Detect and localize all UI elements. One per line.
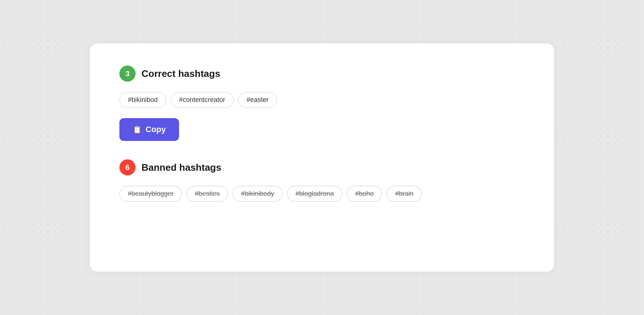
main-card: 3 Correct hashtags #bikinibod #contentcr… [90,43,554,272]
correct-tags-row: #bikinibod #contentcreator #easter [119,92,525,108]
banned-count-badge: 6 [119,159,136,176]
tag-contentcreator: #contentcreator [171,92,234,108]
banned-section-title: Banned hashtags [141,162,221,173]
tag-easter: #easter [238,92,277,108]
tag-besties: #besties [186,186,228,202]
tag-boho: #boho [347,186,382,202]
tag-brain: #brain [386,186,422,202]
banned-section-header: 6 Banned hashtags [119,159,525,176]
tag-blogladrona: #blogladrona [287,186,342,202]
copy-button[interactable]: 📋 Copy [119,118,179,141]
tag-bikinibod: #bikinibod [119,92,166,108]
correct-hashtags-section: 3 Correct hashtags #bikinibod #contentcr… [119,66,525,141]
tag-bikinibody: #bikinibody [232,186,283,202]
tag-beautyblogger: #beautyblogger [119,186,182,202]
banned-hashtags-section: 6 Banned hashtags #beautyblogger #bestie… [119,159,525,202]
copy-icon: 📋 [133,125,142,134]
correct-section-title: Correct hashtags [141,68,220,79]
banned-tags-row: #beautyblogger #besties #bikinibody #blo… [119,186,525,202]
correct-count-badge: 3 [119,66,136,82]
copy-button-label: Copy [146,125,166,134]
correct-section-header: 3 Correct hashtags [119,66,525,82]
